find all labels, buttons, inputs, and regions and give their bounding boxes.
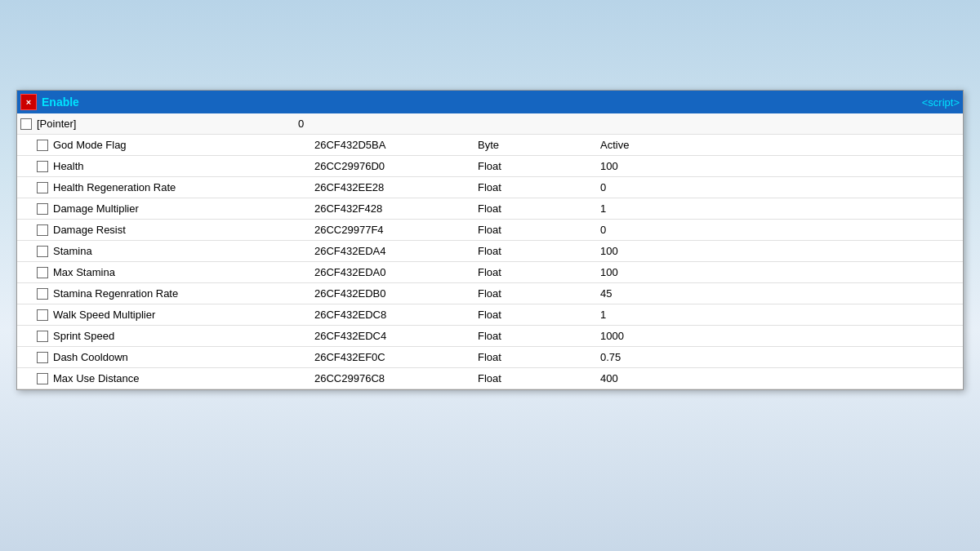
row-name-col: Walk Speed Multiplier <box>37 309 314 321</box>
row-checkbox[interactable] <box>37 331 48 342</box>
row-checkbox[interactable] <box>37 288 48 300</box>
enable-label: Enable <box>42 96 922 109</box>
row-value: 1 <box>600 309 960 321</box>
row-address: 26CC29976D0 <box>314 160 478 172</box>
row-name-col: Damage Multiplier <box>37 202 314 215</box>
row-type: Float <box>478 287 600 300</box>
row-address: 26CC29976C8 <box>314 372 478 384</box>
row-name: Max Stamina <box>53 266 314 278</box>
rows-container: [Pointer] 0 God Mode Flag 26CF432D5BA By… <box>17 113 963 389</box>
row-type: Float <box>478 309 600 321</box>
row-address: 26CF432D5BA <box>314 139 478 151</box>
row-name: Walk Speed Multiplier <box>53 309 314 321</box>
row-name-col: Stamina <box>37 245 314 257</box>
row-name: Dash Cooldown <box>53 351 314 363</box>
row-name-col: Health <box>37 160 314 172</box>
row-value: 45 <box>600 287 960 300</box>
row-type: Float <box>478 181 600 193</box>
row-type: Float <box>478 202 600 215</box>
row-value: 100 <box>600 160 960 172</box>
row-name-col: Max Stamina <box>37 266 314 278</box>
row-name-col: Damage Resist <box>37 224 314 236</box>
table-row[interactable]: Stamina Regenration Rate 26CF432EDB0 Flo… <box>17 283 963 304</box>
row-name: Stamina Regenration Rate <box>53 287 314 300</box>
row-checkbox[interactable] <box>37 309 48 321</box>
row-checkbox[interactable] <box>37 246 48 257</box>
row-type: Float <box>478 266 600 278</box>
row-checkbox[interactable] <box>37 140 48 151</box>
row-value: 100 <box>600 245 960 257</box>
row-value: 400 <box>600 372 960 384</box>
row-value: 1 <box>600 202 960 215</box>
row-checkbox[interactable] <box>37 203 48 215</box>
row-name-col: Stamina Regenration Rate <box>37 287 314 300</box>
row-address: 26CF432EDC4 <box>314 330 478 342</box>
row-value: 0 <box>600 181 960 193</box>
row-name: Health <box>53 160 314 172</box>
table-row[interactable]: Health Regeneration Rate 26CF432EE28 Flo… <box>17 177 963 198</box>
close-button[interactable]: × <box>20 94 37 110</box>
row-checkbox[interactable] <box>37 267 48 278</box>
row-name-col: Sprint Speed <box>37 330 314 342</box>
row-address: 26CF432EF0C <box>314 351 478 363</box>
row-value: 0.75 <box>600 351 960 363</box>
row-name: [Pointer] <box>37 118 76 130</box>
row-name: Stamina <box>53 245 314 257</box>
table-row[interactable]: [Pointer] 0 <box>17 113 963 135</box>
row-name: Damage Resist <box>53 224 314 236</box>
table-row[interactable]: Sprint Speed 26CF432EDC4 Float 1000 <box>17 326 963 347</box>
cheat-table: × Enable <script> [Pointer] 0 God Mode F… <box>16 90 964 390</box>
row-name: Sprint Speed <box>53 330 314 342</box>
pointer-name-col: [Pointer] <box>20 118 298 130</box>
row-name-col: Dash Cooldown <box>37 351 314 363</box>
row-checkbox[interactable] <box>20 118 32 130</box>
row-checkbox[interactable] <box>37 182 48 193</box>
table-row[interactable]: Max Stamina 26CF432EDA0 Float 100 <box>17 262 963 283</box>
header-row: × Enable <script> <box>17 91 963 113</box>
row-address: 26CF432EE28 <box>314 181 478 193</box>
row-name: God Mode Flag <box>53 139 314 151</box>
row-name: Health Regeneration Rate <box>53 181 314 193</box>
row-value: 100 <box>600 266 960 278</box>
script-label: <script> <box>922 96 960 109</box>
row-type: Float <box>478 245 600 257</box>
row-name-col: Max Use Distance <box>37 372 314 384</box>
row-value: 1000 <box>600 330 960 342</box>
row-name-col: God Mode Flag <box>37 139 314 151</box>
row-value: 0 <box>600 224 960 236</box>
table-row[interactable]: Max Use Distance 26CC29976C8 Float 400 <box>17 368 963 389</box>
row-checkbox[interactable] <box>37 373 48 384</box>
row-address: 0 <box>298 118 461 130</box>
table-row[interactable]: Dash Cooldown 26CF432EF0C Float 0.75 <box>17 347 963 368</box>
row-type: Float <box>478 160 600 172</box>
table-row[interactable]: Damage Multiplier 26CF432F428 Float 1 <box>17 198 963 220</box>
row-address: 26CF432EDC8 <box>314 309 478 321</box>
row-address: 26CC29977F4 <box>314 224 478 236</box>
row-type: Float <box>478 372 600 384</box>
row-checkbox[interactable] <box>37 352 48 363</box>
row-name: Damage Multiplier <box>53 202 314 215</box>
row-address: 26CF432EDA0 <box>314 266 478 278</box>
row-value: Active <box>600 139 960 151</box>
row-address: 26CF432EDA4 <box>314 245 478 257</box>
row-type: Float <box>478 224 600 236</box>
row-checkbox[interactable] <box>37 224 48 236</box>
row-type: Float <box>478 330 600 342</box>
table-row[interactable]: Stamina 26CF432EDA4 Float 100 <box>17 241 963 262</box>
table-row[interactable]: Damage Resist 26CC29977F4 Float 0 <box>17 220 963 241</box>
row-checkbox[interactable] <box>37 161 48 172</box>
row-type: Byte <box>478 139 600 151</box>
table-row[interactable]: Walk Speed Multiplier 26CF432EDC8 Float … <box>17 304 963 326</box>
row-address: 26CF432F428 <box>314 202 478 215</box>
row-type: Float <box>478 351 600 363</box>
table-row[interactable]: God Mode Flag 26CF432D5BA Byte Active <box>17 135 963 156</box>
table-row[interactable]: Health 26CC29976D0 Float 100 <box>17 156 963 177</box>
row-name: Max Use Distance <box>53 372 314 384</box>
row-name-col: Health Regeneration Rate <box>37 181 314 193</box>
row-address: 26CF432EDB0 <box>314 287 478 300</box>
